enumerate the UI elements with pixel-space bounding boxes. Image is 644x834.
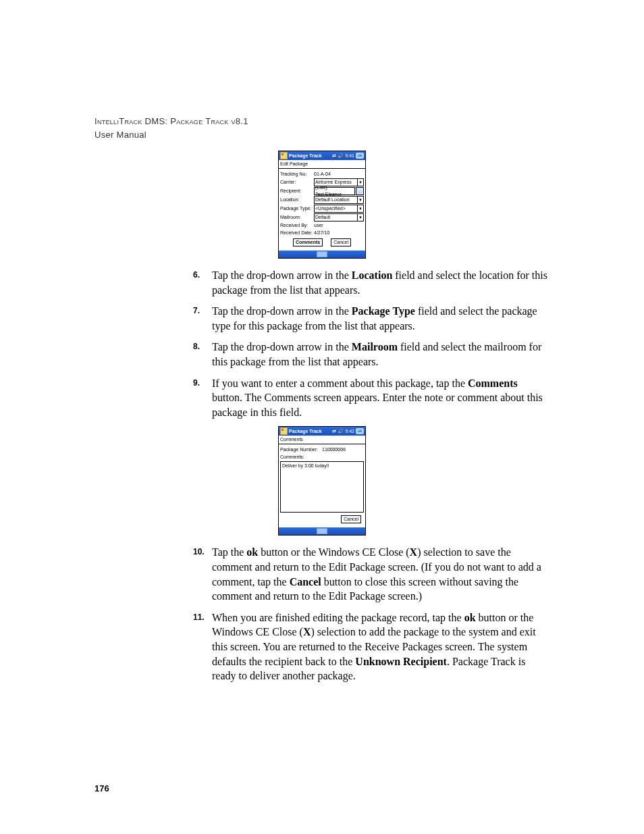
keyboard-icon[interactable] bbox=[317, 528, 327, 534]
ok-button[interactable]: ok bbox=[356, 153, 364, 159]
step-7: 7. Tap the drop-down arrow in the Packag… bbox=[193, 304, 549, 333]
recipient-label: Recipient: bbox=[280, 188, 314, 194]
comments-label: Comments: bbox=[280, 454, 364, 461]
keyboard-icon[interactable] bbox=[317, 251, 327, 257]
step-8: 8. Tap the drop-down arrow in the Mailro… bbox=[193, 340, 549, 369]
titlebar: Package Track ⇄ 🔊 9:42 ok bbox=[279, 427, 365, 436]
step-number: 9. bbox=[193, 377, 200, 388]
clock-text: 9:41 bbox=[345, 153, 354, 159]
package-number-label: Package Number: bbox=[280, 446, 322, 453]
app-icon bbox=[280, 427, 288, 435]
location-value: Default Location bbox=[315, 197, 350, 203]
header-title: IntelliTrack DMS: Package Track v8.1 bbox=[95, 115, 549, 128]
step-6: 6. Tap the drop-down arrow in the Locati… bbox=[193, 268, 549, 297]
screenshot-edit-package-container: Package Track ⇄ 🔊 9:41 ok Edit Package T… bbox=[95, 151, 549, 260]
connectivity-icon: ⇄ bbox=[332, 153, 336, 159]
chevron-down-icon: ▼ bbox=[357, 214, 363, 221]
step-number: 11. bbox=[193, 612, 205, 623]
package-number-value: 110000006 bbox=[322, 446, 364, 453]
comments-textarea[interactable]: Deliver by 3:00 today!! bbox=[280, 461, 364, 513]
device-comments: Package Track ⇄ 🔊 9:42 ok Comments Packa… bbox=[278, 426, 366, 536]
ok-button[interactable]: ok bbox=[356, 428, 364, 434]
instruction-list: 6. Tap the drop-down arrow in the Locati… bbox=[193, 268, 549, 419]
tracking-no-label: Tracking No: bbox=[280, 171, 314, 178]
device-edit-package: Package Track ⇄ 🔊 9:41 ok Edit Package T… bbox=[278, 151, 366, 259]
volume-icon: 🔊 bbox=[338, 153, 344, 159]
mailroom-dropdown[interactable]: Default ▼ bbox=[314, 213, 364, 221]
app-icon bbox=[280, 152, 288, 159]
step-10: 10. Tap the ok button or the Windows CE … bbox=[193, 545, 549, 603]
comments-button[interactable]: Comments bbox=[293, 238, 323, 246]
app-title: Package Track bbox=[289, 428, 322, 435]
received-by-value: user bbox=[314, 222, 364, 229]
mailroom-value: Default bbox=[315, 214, 330, 221]
package-type-dropdown[interactable]: <Unspecified> ▼ bbox=[314, 205, 364, 213]
page-header: IntelliTrack DMS: Package Track v8.1 Use… bbox=[95, 115, 549, 141]
connectivity-icon: ⇄ bbox=[332, 428, 336, 435]
taskbar bbox=[279, 251, 365, 258]
form-body: Tracking No: 01-A-04 Carrier: Airborne E… bbox=[279, 169, 365, 251]
package-type-label: Package Type: bbox=[280, 205, 314, 212]
app-title: Package Track bbox=[289, 153, 322, 159]
step-number: 7. bbox=[193, 305, 200, 316]
recipient-field[interactable]: (Ellie) Test,Eleanor bbox=[314, 187, 355, 195]
manual-page: IntelliTrack DMS: Package Track v8.1 Use… bbox=[0, 0, 644, 834]
step-number: 10. bbox=[193, 546, 205, 557]
location-label: Location: bbox=[280, 197, 314, 203]
mailroom-label: Mailroom: bbox=[280, 214, 314, 221]
recipient-browse-button[interactable]: … bbox=[356, 187, 364, 195]
volume-icon: 🔊 bbox=[338, 428, 344, 435]
titlebar: Package Track ⇄ 🔊 9:41 ok bbox=[279, 151, 365, 160]
step-number: 6. bbox=[193, 269, 200, 280]
chevron-down-icon: ▼ bbox=[357, 179, 363, 186]
carrier-label: Carrier: bbox=[280, 179, 314, 186]
tracking-no-value: 01-A-04 bbox=[314, 171, 364, 178]
chevron-down-icon: ▼ bbox=[357, 197, 363, 203]
screen-title: Comments bbox=[279, 436, 365, 444]
step-11: 11. When you are finished editing the pa… bbox=[193, 610, 549, 683]
clock-text: 9:42 bbox=[345, 428, 354, 435]
titlebar-icons: ⇄ 🔊 9:42 ok bbox=[332, 428, 364, 435]
cancel-button[interactable]: Cancel bbox=[331, 238, 351, 246]
cancel-button[interactable]: Cancel bbox=[341, 515, 361, 523]
form-body: Package Number: 110000006 Comments: Deli… bbox=[279, 444, 365, 527]
received-by-label: Received By: bbox=[280, 222, 314, 229]
step-number: 8. bbox=[193, 341, 200, 352]
instruction-list-continued: 10. Tap the ok button or the Windows CE … bbox=[193, 545, 549, 683]
screen-title: Edit Package bbox=[279, 160, 365, 169]
screenshot-comments-container: Package Track ⇄ 🔊 9:42 ok Comments Packa… bbox=[95, 426, 549, 537]
chevron-down-icon: ▼ bbox=[357, 205, 363, 212]
comments-value: Deliver by 3:00 today!! bbox=[282, 463, 329, 468]
received-date-label: Received Date: bbox=[280, 230, 314, 236]
page-number: 176 bbox=[95, 783, 109, 793]
titlebar-icons: ⇄ 🔊 9:41 ok bbox=[332, 153, 364, 159]
step-9: 9. If you want to enter a comment about … bbox=[193, 376, 549, 420]
taskbar bbox=[279, 527, 365, 535]
header-subtitle: User Manual bbox=[95, 128, 549, 142]
location-dropdown[interactable]: Default Location ▼ bbox=[314, 196, 364, 204]
package-type-value: <Unspecified> bbox=[315, 205, 346, 212]
received-date-value: 4/27/10 bbox=[314, 230, 364, 236]
